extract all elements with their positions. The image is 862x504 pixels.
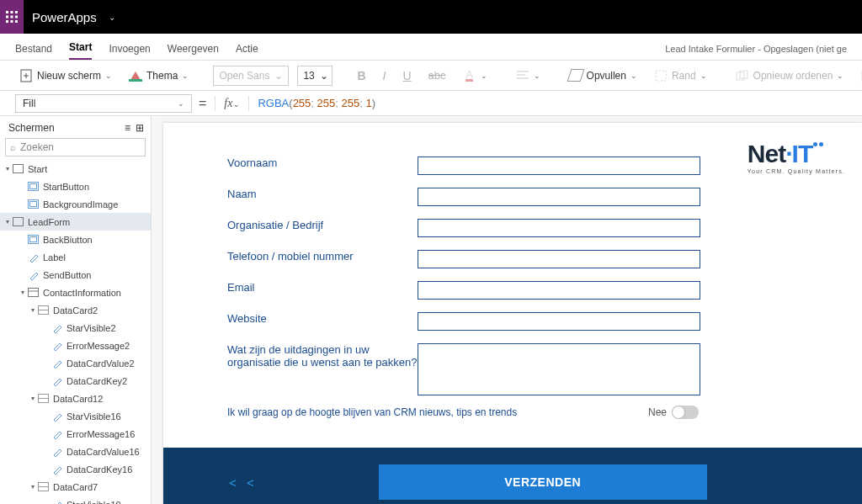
node-label: DataCard7 bbox=[53, 482, 98, 492]
node-icon bbox=[27, 270, 40, 280]
font-size-value: 13 bbox=[303, 70, 314, 82]
node-label: ContactInformation bbox=[43, 288, 121, 298]
send-button[interactable]: VERZENDEN bbox=[379, 464, 707, 500]
border-label: Rand bbox=[672, 70, 696, 82]
toggle-switch-icon[interactable] bbox=[672, 406, 699, 419]
tree-node[interactable]: ▾DataCard7 bbox=[0, 478, 151, 496]
search-icon: ⌕ bbox=[10, 142, 16, 152]
tree-node[interactable]: DataCardValue16 bbox=[0, 443, 151, 460]
font-size-select[interactable]: 13⌄ bbox=[297, 66, 333, 86]
tree-node[interactable]: ▾ContactInformation bbox=[0, 284, 151, 301]
font-color-button[interactable]: A⌄ bbox=[459, 66, 492, 85]
separator bbox=[248, 96, 249, 111]
send-label: VERZENDEN bbox=[504, 475, 581, 489]
tab-actie[interactable]: Actie bbox=[236, 43, 258, 60]
tree-node[interactable]: ▾LeadForm bbox=[0, 213, 151, 231]
field-input[interactable] bbox=[418, 188, 700, 206]
tab-start[interactable]: Start bbox=[69, 41, 92, 60]
tree-node[interactable]: Label bbox=[0, 248, 151, 266]
chevron-down-icon: ⌄ bbox=[631, 72, 637, 80]
tab-weergeven[interactable]: Weergeven bbox=[168, 43, 219, 60]
field-input[interactable] bbox=[418, 281, 700, 300]
formula-input[interactable]: RGBA(255; 255; 255; 1) bbox=[258, 97, 375, 109]
align-button[interactable]: Uitlijnen⌄ bbox=[856, 66, 862, 85]
caret-icon[interactable]: ▾ bbox=[29, 395, 37, 402]
tree-node[interactable]: StartButton bbox=[0, 178, 151, 195]
node-icon bbox=[51, 376, 63, 386]
tree-node[interactable]: DataCardKey2 bbox=[0, 372, 151, 390]
brand-chevron-icon[interactable]: ⌄ bbox=[109, 13, 115, 22]
tree-node[interactable]: SendButton bbox=[0, 266, 151, 284]
font-select[interactable]: Open Sans⌄ bbox=[213, 66, 289, 86]
node-icon bbox=[12, 217, 24, 226]
tree-node[interactable]: ▾DataCard12 bbox=[0, 390, 151, 407]
canvas-area: Net·IT Your CRM. Quality Matters. Voorna… bbox=[152, 116, 862, 504]
node-label: DataCardKey2 bbox=[67, 376, 127, 386]
caret-icon[interactable]: ▾ bbox=[3, 165, 12, 172]
border-button[interactable]: Rand⌄ bbox=[650, 66, 711, 85]
search-placeholder: Zoeken bbox=[20, 141, 54, 153]
strike-button[interactable]: abc bbox=[424, 66, 450, 84]
node-icon bbox=[37, 482, 50, 491]
property-select[interactable]: Fill⌄ bbox=[15, 94, 192, 113]
theme-label: Thema bbox=[146, 70, 178, 82]
bold-button[interactable]: B bbox=[353, 66, 370, 85]
tree-node[interactable]: DataCardValue2 bbox=[0, 354, 151, 372]
caret-icon[interactable]: ▾ bbox=[29, 483, 37, 491]
tree-node[interactable]: StarVisible10 bbox=[0, 496, 151, 504]
app-brand: PowerApps bbox=[24, 10, 109, 24]
font-value: Open Sans bbox=[219, 70, 269, 82]
form-row: Wat zijn de uitdagingen in uw organisati… bbox=[227, 343, 700, 395]
grid-view-icon[interactable]: ⊞ bbox=[136, 122, 144, 134]
tab-invoegen[interactable]: Invoegen bbox=[109, 43, 150, 60]
tab-bestand[interactable]: Bestand bbox=[15, 43, 52, 60]
underline-button[interactable]: U bbox=[398, 66, 415, 85]
screen-tree[interactable]: ▾StartStartButtonBackgroundImage▾LeadFor… bbox=[0, 160, 151, 504]
tree-node[interactable]: BackBiutton bbox=[0, 231, 151, 248]
fill-button[interactable]: Opvullen⌄ bbox=[565, 66, 641, 85]
field-input[interactable] bbox=[418, 219, 700, 237]
tree-node[interactable]: ▾DataCard2 bbox=[0, 301, 151, 319]
tree-node[interactable]: StarVisible2 bbox=[0, 319, 151, 337]
tree-node[interactable]: ▾Start bbox=[0, 160, 151, 178]
field-input[interactable] bbox=[418, 157, 700, 175]
field-input[interactable] bbox=[418, 250, 700, 268]
tree-search-input[interactable]: ⌕ Zoeken bbox=[5, 138, 146, 157]
theme-button[interactable]: Thema⌄ bbox=[125, 66, 193, 85]
app-canvas[interactable]: Net·IT Your CRM. Quality Matters. Voorna… bbox=[163, 123, 862, 504]
form-row: Website bbox=[227, 312, 700, 331]
caret-icon[interactable]: ▾ bbox=[3, 218, 12, 225]
field-input[interactable] bbox=[418, 343, 700, 395]
fx-icon[interactable]: fx bbox=[224, 97, 240, 110]
chevron-down-icon: ⌄ bbox=[837, 72, 843, 80]
form-row: Organisatie / Bedrijf bbox=[227, 219, 700, 237]
caret-icon[interactable]: ▾ bbox=[29, 306, 37, 314]
form-row: Voornaam bbox=[227, 157, 700, 175]
newsletter-toggle[interactable]: Nee bbox=[648, 406, 699, 419]
newsletter-label: Ik wil graag op de hoogte blijven van CR… bbox=[227, 406, 517, 418]
text-align-button[interactable]: ⌄ bbox=[512, 66, 545, 85]
waffle-icon[interactable] bbox=[0, 0, 24, 34]
field-label: Telefoon / mobiel nummer bbox=[227, 250, 418, 263]
list-view-icon[interactable]: ≡ bbox=[125, 122, 130, 134]
field-input[interactable] bbox=[418, 312, 700, 331]
back-button[interactable]: < < bbox=[229, 475, 258, 490]
save-status: Lead Intake Formulier - Opgeslagen (niet… bbox=[665, 44, 847, 60]
node-label: SendButton bbox=[43, 270, 92, 280]
node-icon bbox=[51, 500, 63, 505]
node-icon bbox=[51, 341, 63, 351]
tree-node[interactable]: StarVisible16 bbox=[0, 407, 151, 425]
new-screen-button[interactable]: Nieuw scherm⌄ bbox=[15, 66, 116, 85]
tree-node[interactable]: ErrorMessage16 bbox=[0, 425, 151, 443]
italic-button[interactable]: I bbox=[379, 66, 391, 85]
chevron-down-icon: ⌄ bbox=[320, 70, 328, 82]
field-label: Naam bbox=[227, 188, 418, 200]
tree-node[interactable]: BackgroundImage bbox=[0, 195, 151, 213]
reorder-button[interactable]: Opnieuw ordenen⌄ bbox=[732, 66, 849, 85]
tree-view-icons[interactable]: ≡⊞ bbox=[125, 122, 144, 134]
tree-node[interactable]: DataCardKey16 bbox=[0, 460, 151, 478]
caret-icon[interactable]: ▾ bbox=[19, 289, 27, 296]
node-icon bbox=[27, 182, 40, 191]
node-icon bbox=[51, 464, 63, 475]
tree-node[interactable]: ErrorMessage2 bbox=[0, 337, 151, 354]
